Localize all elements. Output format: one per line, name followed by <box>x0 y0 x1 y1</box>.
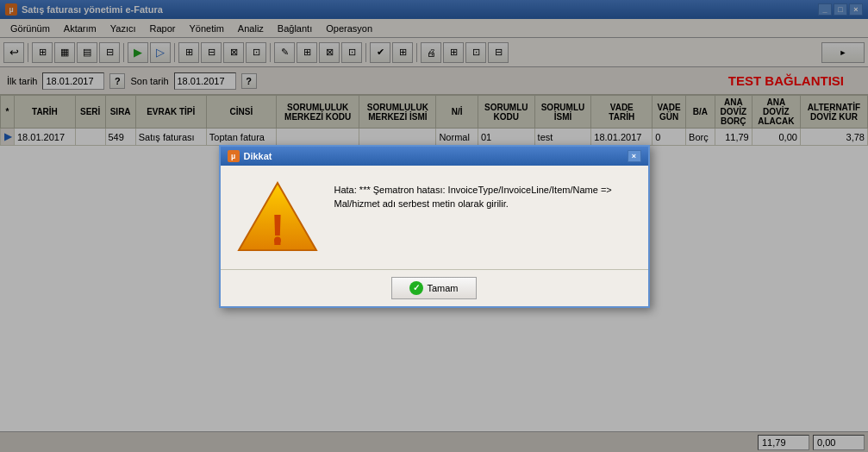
modal-title: Dikkat <box>244 151 272 161</box>
tamam-label: Tamam <box>427 283 458 293</box>
modal-close-button[interactable]: × <box>628 150 641 162</box>
modal-dialog: µ Dikkat × ! <box>219 145 650 308</box>
modal-body: ! Hata: *** Şematron hatası: InvoiceType… <box>221 166 648 269</box>
modal-icon: µ <box>228 150 240 162</box>
tamam-button[interactable]: ✓ Tamam <box>391 277 476 299</box>
svg-text:!: ! <box>270 205 284 254</box>
warning-triangle-icon: ! <box>234 179 321 255</box>
modal-title-bar: µ Dikkat × <box>221 147 648 166</box>
modal-message: Hata: *** Şematron hatası: InvoiceType/I… <box>334 179 634 255</box>
modal-footer: ✓ Tamam <box>221 269 648 306</box>
modal-overlay: µ Dikkat × ! <box>0 0 868 452</box>
svg-point-3 <box>274 236 281 243</box>
check-icon: ✓ <box>409 281 423 295</box>
warning-icon-container: ! <box>234 179 321 255</box>
